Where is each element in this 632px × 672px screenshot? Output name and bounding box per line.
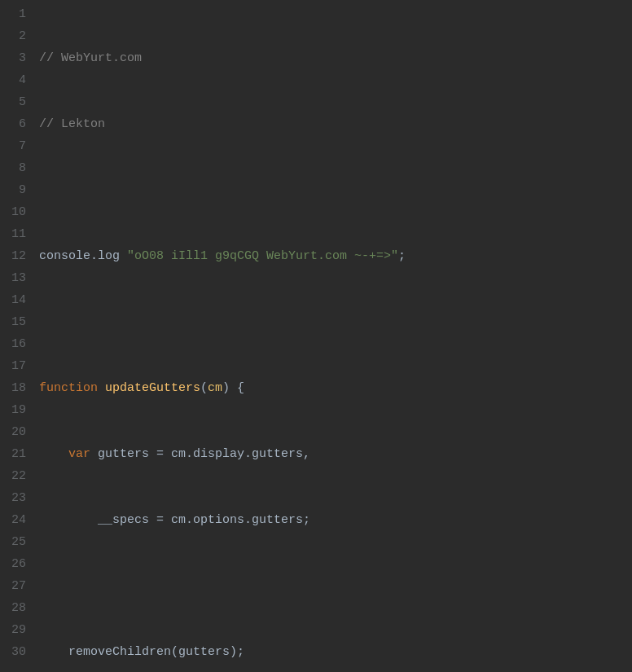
line-number: 26 bbox=[7, 553, 26, 575]
line-number: 2 bbox=[7, 25, 26, 47]
line-number: 29 bbox=[7, 619, 26, 641]
line-number: 20 bbox=[7, 421, 26, 443]
line-number: 25 bbox=[7, 531, 26, 553]
code-line-6: function updateGutters(cm) { bbox=[39, 377, 632, 399]
line-number: 15 bbox=[7, 311, 26, 333]
line-number: 12 bbox=[7, 245, 26, 267]
line-number: 23 bbox=[7, 487, 26, 509]
line-number: 19 bbox=[7, 399, 26, 421]
line-number: 24 bbox=[7, 509, 26, 531]
line-number: 3 bbox=[7, 47, 26, 69]
line-number: 11 bbox=[7, 223, 26, 245]
line-number: 18 bbox=[7, 377, 26, 399]
code-line-10: removeChildren(gutters); bbox=[39, 641, 632, 663]
code-line-8: __specs = cm.options.gutters; bbox=[39, 509, 632, 531]
code-editor: 1 2 3 4 5 6 7 8 9 10 11 12 13 14 15 16 1… bbox=[0, 0, 632, 672]
line-number: 6 bbox=[7, 113, 26, 135]
line-number: 4 bbox=[7, 69, 26, 91]
line-number: 10 bbox=[7, 201, 26, 223]
line-number: 1 bbox=[7, 3, 26, 25]
code-line-5 bbox=[39, 311, 632, 333]
code-line-9 bbox=[39, 575, 632, 597]
line-number: 16 bbox=[7, 333, 26, 355]
code-line-4: console.log "oO08 iIll1 g9qCGQ WebYurt.c… bbox=[39, 245, 632, 267]
line-number: 8 bbox=[7, 157, 26, 179]
line-number: 21 bbox=[7, 443, 26, 465]
line-number: 14 bbox=[7, 289, 26, 311]
code-line-7: var gutters = cm.display.gutters, bbox=[39, 443, 632, 465]
line-number: 27 bbox=[7, 575, 26, 597]
code-line-1: // WebYurt.com bbox=[39, 47, 632, 69]
line-number: 13 bbox=[7, 267, 26, 289]
code-content[interactable]: // WebYurt.com // Lekton console.log "oO… bbox=[33, 3, 632, 672]
line-number: 7 bbox=[7, 135, 26, 157]
line-number: 9 bbox=[7, 179, 26, 201]
line-number: 28 bbox=[7, 597, 26, 619]
line-number: 22 bbox=[7, 465, 26, 487]
line-number: 30 bbox=[7, 641, 26, 663]
code-line-3 bbox=[39, 179, 632, 201]
line-number: 17 bbox=[7, 355, 26, 377]
line-numbers: 1 2 3 4 5 6 7 8 9 10 11 12 13 14 15 16 1… bbox=[0, 3, 33, 672]
code-line-2: // Lekton bbox=[39, 113, 632, 135]
line-number: 5 bbox=[7, 91, 26, 113]
